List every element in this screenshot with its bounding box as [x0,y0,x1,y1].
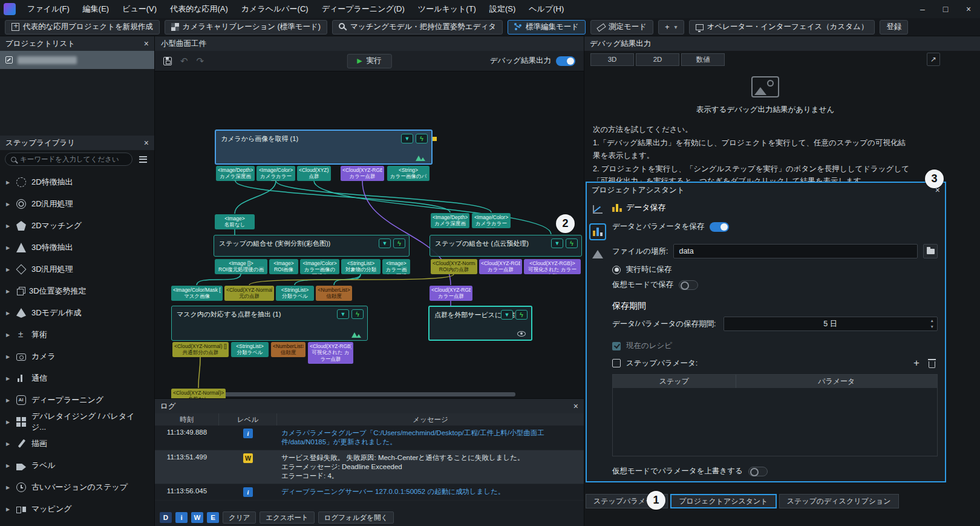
collapse-button[interactable]: ▼ [551,238,563,248]
single-step-run-button[interactable]: ϟ [515,310,528,320]
close-icon[interactable]: × [144,138,149,148]
menu-item[interactable]: ツールキット(T) [411,0,483,18]
bottom-tab[interactable]: プロジェクトアシスタント [670,494,776,508]
overwrite-toggle[interactable] [748,467,768,476]
current-recipe-checkbox[interactable] [612,342,621,350]
assistant-data-save-icon[interactable] [589,223,606,240]
single-step-run-button[interactable]: ϟ [416,134,428,143]
toolbar-button[interactable]: 登録 [880,20,908,35]
log-row[interactable]: 11:13:51.499Wサービス登録失敗。 失敗原因: Mech-Center… [155,450,584,484]
graph-port[interactable]: <String>カラー画像のパス [387,166,430,181]
toolbar-button[interactable]: カメラキャリブレーション (標準モード) [165,20,327,35]
list-view-button[interactable] [136,153,149,166]
close-button[interactable]: × [957,0,980,18]
graph-port[interactable]: <Image>カラー画像の可視化 [382,259,410,274]
maximize-button[interactable]: □ [934,0,957,18]
toolbar-button[interactable]: +▾ [658,20,684,35]
collapse-button[interactable]: ▼ [379,238,391,248]
sidebar-item[interactable]: ▶3Dモデル作成 [0,302,154,324]
sidebar-item[interactable]: ▶ディープラーニング [0,389,154,411]
add-parameter-button[interactable]: + [913,357,920,369]
menu-item[interactable]: ファイル(F) [21,0,76,18]
graph-port[interactable]: <Image/Color>カメラカラー画像 [472,213,511,228]
graph-port[interactable]: <Cloud(XYZ-RGB)>可視化された カラー点群 [524,259,581,274]
sidebar-item[interactable]: ▶ラベル [0,455,154,476]
step-parameter-checkbox[interactable] [612,359,621,367]
popout-button[interactable]: ↗ [927,53,940,66]
log-filter-w[interactable]: W [191,512,203,523]
undo-icon[interactable]: ↶ [180,56,188,67]
search-box[interactable] [5,153,132,166]
log-action-button[interactable]: クリア [223,511,256,524]
single-step-run-button[interactable]: ϟ [351,309,364,319]
sidebar-item[interactable]: ▶カメラ [0,346,154,367]
redo-icon[interactable]: ↷ [197,56,204,67]
graph-node[interactable]: 点群を外部サービスに送信 (1)▼ϟ [428,306,532,341]
menu-item[interactable]: ヘルプ(H) [522,0,570,18]
debug-tab-数値[interactable]: 数値 [681,53,725,66]
graph-port[interactable]: <Image/Color>カメラカラー画像 [256,166,295,181]
collapse-button[interactable]: ▼ [337,309,349,319]
graph-port[interactable]: <Image []>ROI復元処理後の画像 [215,259,267,274]
graph-port[interactable]: <NumberList>信頼度 [271,342,305,357]
sidebar-item[interactable]: ▶3D位置姿勢推定 [0,280,154,302]
toolbar-button[interactable]: 標準編集モード [508,20,586,35]
save-on-run-radio[interactable] [612,266,621,274]
minimize-button[interactable]: – [911,0,934,18]
graph-port[interactable]: <Cloud(XYZ-Normal)>ROI内の点群 [431,259,477,274]
graph-port[interactable]: <Image/Depth>カメラ深度画像 [216,166,255,181]
sidebar-item[interactable]: ▶通信 [0,367,154,389]
sidebar-item[interactable]: ▶算術 [0,324,154,346]
graph-port[interactable]: <Cloud(XYZ-Normal) []>共通部分の点群 [172,342,229,357]
debug-tab-3d[interactable]: 3D [590,53,634,66]
graph-port[interactable]: <Cloud(XYZ-RGB)>カラー点群 [341,166,384,181]
graph-port[interactable]: <Cloud(XYZ-Normal)>元の点群 [224,286,274,301]
menu-item[interactable]: 代表的な応用(A) [163,0,235,18]
sidebar-item[interactable]: ▶2D特徴抽出 [0,171,154,193]
toolbar-button[interactable]: オペレーター・インターフェイス（カスタム） [689,20,875,35]
toolbar-button[interactable]: 測定モード [590,20,653,35]
graph-canvas[interactable]: カメラから画像を取得 (1)▼ϟステップの組合せ (実例分割(彩色图))▼ϟステ… [155,71,584,398]
horizontal-scrollbar[interactable] [211,392,515,396]
close-icon[interactable]: × [573,401,578,411]
log-row[interactable]: 11:13:56.045iディープラーニングサーバー 127.0.0.1:500… [155,484,584,501]
graph-port[interactable]: <StringList>分類ラベル [276,286,314,301]
project-list-item[interactable] [0,51,154,69]
graph-port[interactable]: <StringList>対象物の分類ラベル [341,259,381,274]
run-button[interactable]: ▶ 実行 [347,54,391,68]
browse-folder-button[interactable] [923,244,938,258]
virtual-save-toggle[interactable] [679,280,698,290]
graph-port[interactable]: <Image>名前なし [215,214,255,229]
single-step-run-button[interactable]: ϟ [393,238,405,248]
log-action-button[interactable]: ログフォルダを開く [318,511,394,524]
sidebar-item[interactable]: ▶マッピング [0,498,154,520]
save-icon[interactable] [163,57,172,65]
sidebar-item[interactable]: ▶3D特徴抽出 [0,237,154,258]
assistant-pyramid-icon[interactable] [589,246,606,263]
menu-item[interactable]: ビュー(V) [116,0,163,18]
bottom-tab[interactable]: ステップのディスクリプション [779,494,899,508]
graph-node[interactable]: カメラから画像を取得 (1)▼ϟ [215,130,433,165]
graph-port[interactable]: <Cloud(XYZ-RGB)>可視化された カラー点群 [308,342,353,364]
single-step-run-button[interactable]: ϟ [566,238,578,248]
log-action-button[interactable]: エクスポート [260,511,314,524]
graph-port[interactable]: <NumberList>信頼度 [316,286,352,301]
graph-port[interactable]: <Cloud(XYZ)>点群 [297,166,331,181]
collapse-button[interactable]: ▼ [401,134,413,143]
spinner-up-icon[interactable]: ▲ [930,318,934,324]
graph-port[interactable]: <Cloud(XYZ-Normal)>名前なし [171,389,226,398]
graph-port[interactable]: <Image/Color>カラー画像の可視化 [300,259,339,274]
graph-tab[interactable]: 小型曲面工件 [155,36,584,51]
search-input[interactable] [20,156,126,163]
close-icon[interactable]: × [144,39,149,48]
delete-parameter-button[interactable] [929,361,935,368]
sidebar-item[interactable]: ▶古いバージョンのステップ [0,476,154,498]
sidebar-item[interactable]: ▶2Dマッチング [0,215,154,237]
graph-node[interactable]: ステップの組合せ (点云预处理)▼ϟ [430,235,582,257]
retention-spinner[interactable]: 5 日 ▲ ▼ [724,317,938,331]
sidebar-item[interactable]: ▶描画 [0,433,154,455]
log-filter-d[interactable]: D [160,512,172,523]
spinner-arrows-icon[interactable]: ▲ ▼ [930,318,934,330]
graph-port[interactable]: <Cloud(XYZ-RGB)>カラー点群 [479,259,522,274]
sidebar-item[interactable]: ▶3D汎用処理 [0,258,154,280]
